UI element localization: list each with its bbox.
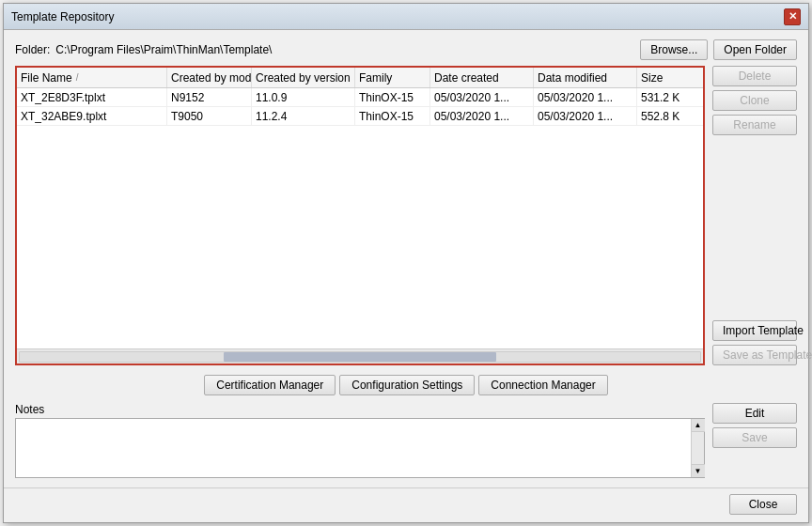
title-bar: Template Repository ✕ [4, 4, 808, 30]
right-button-panel: Delete Clone Rename Import Template Save… [712, 66, 797, 365]
folder-label: Folder: [15, 43, 50, 56]
clone-button[interactable]: Clone [712, 90, 797, 111]
table-cell: 11.2.4 [252, 107, 355, 125]
scrollbar-thumb[interactable] [224, 352, 496, 362]
table-cell: T9050 [167, 107, 252, 125]
dialog-title: Template Repository [11, 10, 114, 23]
import-template-button[interactable]: Import Template [712, 320, 797, 341]
table-cell: N9152 [167, 88, 252, 106]
tab-configuration-settings[interactable]: Configuration Settings [339, 375, 475, 395]
notes-textarea[interactable] [16, 419, 691, 477]
table-cell: 531.2 K [637, 88, 694, 106]
table-cell: 05/03/2020 1... [430, 107, 534, 125]
notes-buttons: Edit Save [712, 403, 797, 448]
col-created-by-model: Created by model [167, 68, 252, 87]
table-cell: ThinOX-15 [355, 88, 430, 106]
save-button[interactable]: Save [712, 427, 797, 448]
open-folder-button[interactable]: Open Folder [713, 39, 797, 60]
table-cell: 11.0.9 [252, 88, 355, 106]
notes-textarea-wrapper: ▲ ▼ [15, 418, 705, 478]
table-cell: XT_32ABE9.tplxt [17, 107, 167, 125]
close-button[interactable]: Close [729, 494, 797, 515]
tab-row: Certification Manager Configuration Sett… [15, 371, 797, 397]
horizontal-scrollbar[interactable] [17, 348, 703, 364]
folder-path: C:\Program Files\Praim\ThinMan\Template\ [55, 43, 634, 56]
col-data-modified: Data modified [534, 68, 637, 87]
col-created-by-version: Created by version [252, 68, 355, 87]
sort-icon: / [76, 72, 79, 83]
notes-row: Notes ▲ ▼ Edit Save [15, 403, 797, 478]
save-as-template-button[interactable]: Save as Template [712, 345, 797, 365]
table-cell: 05/03/2020 1... [534, 88, 637, 106]
dialog-body: Folder: C:\Program Files\Praim\ThinMan\T… [4, 30, 808, 487]
table-row[interactable]: XT_32ABE9.tplxtT905011.2.4ThinOX-1505/03… [17, 107, 703, 126]
col-family: Family [355, 68, 430, 87]
main-area: File Name / Created by model Created by … [15, 66, 797, 365]
notes-scroll-down[interactable]: ▼ [692, 464, 705, 477]
file-table: File Name / Created by model Created by … [15, 66, 705, 365]
col-date-created: Date created [430, 68, 534, 87]
table-cell: XT_2E8D3F.tplxt [17, 88, 167, 106]
table-row[interactable]: XT_2E8D3F.tplxtN915211.0.9ThinOX-1505/03… [17, 88, 703, 107]
col-size: Size [637, 68, 694, 87]
notes-scrollbar: ▲ ▼ [691, 419, 704, 477]
rename-button[interactable]: Rename [712, 115, 797, 135]
browse-button[interactable]: Browse... [640, 39, 708, 60]
template-repository-dialog: Template Repository ✕ Folder: C:\Program… [3, 3, 809, 523]
notes-section: Notes ▲ ▼ [15, 403, 705, 478]
table-body[interactable]: XT_2E8D3F.tplxtN915211.0.9ThinOX-1505/03… [17, 88, 703, 348]
table-cell: 05/03/2020 1... [534, 107, 637, 125]
table-header: File Name / Created by model Created by … [17, 68, 703, 88]
table-cell: 05/03/2020 1... [430, 88, 534, 106]
table-cell: 552.8 K [637, 107, 694, 125]
col-file-name: File Name / [17, 68, 167, 87]
notes-scroll-up[interactable]: ▲ [692, 419, 705, 432]
bottom-bar: Close [4, 487, 808, 522]
delete-button[interactable]: Delete [712, 66, 797, 86]
table-cell: ThinOX-15 [355, 107, 430, 125]
notes-label: Notes [15, 403, 705, 416]
folder-row: Folder: C:\Program Files\Praim\ThinMan\T… [15, 39, 797, 60]
tab-connection-manager[interactable]: Connection Manager [478, 375, 607, 395]
tab-certification-manager[interactable]: Certification Manager [204, 375, 336, 395]
edit-button[interactable]: Edit [712, 403, 797, 424]
scrollbar-track[interactable] [19, 351, 701, 363]
title-bar-close-button[interactable]: ✕ [784, 8, 801, 25]
